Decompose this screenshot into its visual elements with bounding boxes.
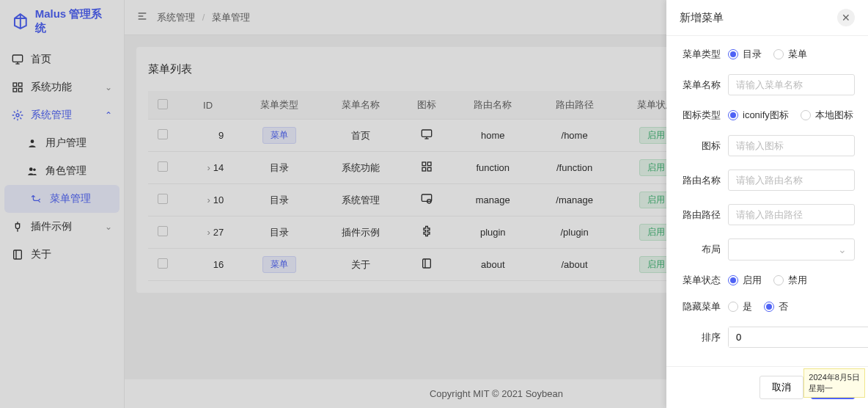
date-tooltip: 2024年8月5日 星期一	[803, 368, 865, 398]
label-layout: 布局	[680, 243, 721, 256]
input-sort[interactable]: − +	[728, 327, 868, 348]
input-menu-name[interactable]	[728, 74, 855, 95]
close-icon: ✕	[842, 12, 850, 23]
input-route-path[interactable]	[728, 204, 855, 225]
input-icon[interactable]	[728, 135, 855, 156]
label-route-path: 路由路径	[680, 208, 721, 222]
select-layout[interactable]: ⌄	[728, 238, 855, 261]
close-button[interactable]: ✕	[837, 9, 855, 26]
chevron-down-icon: ⌄	[838, 244, 847, 255]
radio-hide-no[interactable]: 否	[764, 300, 788, 313]
radio-type-dir[interactable]: 目录	[728, 48, 762, 61]
radio-local[interactable]: 本地图标	[801, 109, 853, 122]
label-sort: 排序	[680, 331, 721, 344]
label-menu-status: 菜单状态	[680, 274, 721, 287]
input-route-name[interactable]	[728, 170, 855, 191]
label-icon-type: 图标类型	[680, 109, 721, 122]
radio-iconify[interactable]: iconify图标	[728, 109, 789, 122]
label-hide-menu: 隐藏菜单	[680, 300, 721, 313]
label-menu-type: 菜单类型	[680, 48, 721, 61]
radio-enable[interactable]: 启用	[728, 274, 762, 287]
label-icon: 图标	[680, 139, 721, 153]
radio-hide-yes[interactable]: 是	[728, 300, 752, 313]
label-menu-name: 菜单名称	[680, 79, 721, 92]
drawer-add-menu: 新增菜单 ✕ 菜单类型 目录 菜单 菜单名称 图标类型 iconify图标 本地…	[666, 0, 868, 408]
radio-disable[interactable]: 禁用	[773, 274, 807, 287]
label-route-name: 路由名称	[680, 174, 721, 187]
drawer-title: 新增菜单	[680, 11, 724, 25]
radio-type-menu[interactable]: 菜单	[773, 48, 807, 61]
cancel-button[interactable]: 取消	[760, 376, 803, 399]
